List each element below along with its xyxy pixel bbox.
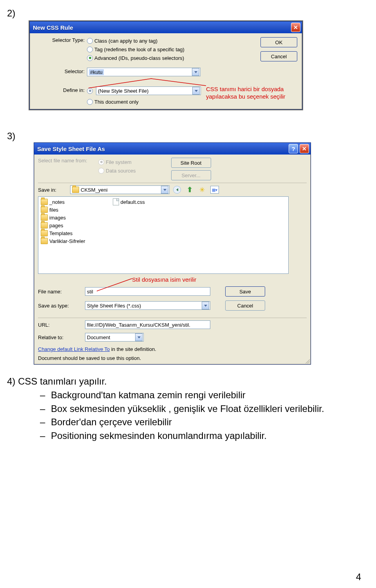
folder-icon (41, 222, 48, 228)
bullet-item: Border'dan çerçeve verilebilir (51, 415, 172, 429)
chevron-down-icon[interactable] (192, 68, 199, 76)
link-tail: in the site definition. (110, 346, 156, 352)
selector-label: Selector: (34, 68, 87, 76)
save-in-label: Save in: (38, 187, 70, 193)
define-in-combo[interactable]: (New Style Sheet File) (96, 86, 201, 95)
up-folder-icon[interactable]: ⬆ (185, 185, 194, 194)
chevron-down-icon[interactable] (135, 333, 143, 341)
page-number: 4 (356, 572, 361, 583)
list-item: Templates (41, 230, 85, 237)
css-file-icon (113, 198, 119, 205)
url-input[interactable]: file:///D|/Web_Tasarım_Kursu/CKSM_yeni/s… (85, 320, 210, 329)
radio-new-file[interactable] (87, 88, 93, 94)
radio-data-sources (98, 168, 104, 174)
annotation-file-name: Stil dosyasına isim verilir (132, 276, 196, 284)
selector-type-label: Selector Type: (34, 36, 87, 62)
resize-grip-icon[interactable] (304, 358, 310, 363)
save-as-type-combo[interactable]: Style Sheet Files (*.css) (85, 301, 210, 310)
list-item: default.css (113, 198, 145, 205)
list-item: files (41, 206, 85, 213)
site-root-label: Site Root (181, 160, 201, 166)
save-in-value: CKSM_yeni (81, 187, 108, 193)
ok-button-label: OK (275, 40, 283, 45)
site-root-button[interactable]: Site Root (171, 158, 211, 168)
save-as-type-label: Save as type: (38, 303, 85, 309)
selector-value: #kutu (89, 69, 104, 75)
step-3-label: 3) (7, 131, 369, 142)
relative-to-value: Document (87, 334, 110, 340)
radio-file-system (98, 159, 104, 165)
folder-icon (41, 230, 48, 236)
change-default-link[interactable]: Change default Link Relative To (38, 346, 110, 352)
chevron-down-icon[interactable] (202, 302, 209, 309)
cancel-button-label: Cancel (237, 303, 253, 309)
define-in-label: Define in: (34, 86, 87, 106)
chevron-down-icon[interactable] (161, 186, 168, 194)
folder-icon (72, 187, 79, 193)
dialog-title: Save Style Sheet File As (37, 146, 105, 152)
close-icon[interactable]: ✕ (291, 23, 300, 32)
file-name-input[interactable]: stil (85, 287, 210, 296)
radio-this-document-label: This document only (94, 99, 139, 105)
new-folder-icon[interactable]: ✳ (198, 185, 206, 194)
titlebar: Save Style Sheet File As ? ✕ (34, 143, 311, 155)
back-icon[interactable] (173, 185, 181, 194)
server-button: Server... (171, 170, 211, 180)
step-4-heading: 4) CSS tanımları yapılır. (7, 375, 369, 388)
cancel-button[interactable]: Cancel (225, 300, 265, 311)
separator (38, 318, 307, 318)
close-icon[interactable]: ✕ (300, 144, 309, 153)
save-as-type-value: Style Sheet Files (*.css) (87, 303, 141, 309)
select-from-label: Select file name from: (38, 158, 98, 164)
folder-icon (41, 214, 48, 221)
radio-this-document[interactable] (87, 99, 93, 105)
radio-class[interactable] (87, 38, 93, 44)
file-name-label: File name: (38, 289, 85, 295)
relative-to-label: Relative to: (38, 334, 85, 340)
help-icon[interactable]: ? (289, 144, 298, 153)
step-2-label: 2) (7, 8, 369, 19)
folder-icon (41, 207, 48, 213)
bullet-item: Box sekmesinden yükseklik , genişlik ve … (51, 402, 324, 416)
bullet-item: Background'tan katmana zemin rengi veril… (51, 388, 246, 402)
selector-combo[interactable]: #kutu (87, 68, 201, 76)
file-name-value: stil (87, 289, 93, 295)
radio-tag-label: Tag (redefines the look of a specific ta… (94, 47, 184, 52)
cancel-button[interactable]: Cancel (260, 51, 297, 61)
save-button[interactable]: Save (225, 286, 265, 297)
folder-icon (41, 199, 48, 205)
dialog-title: New CSS Rule (33, 24, 73, 31)
save-button-label: Save (239, 289, 251, 295)
list-item: _notes (41, 198, 85, 205)
url-label: URL: (38, 322, 85, 328)
list-item: Varliklar-Sifreler (41, 237, 85, 245)
radio-class-label: Class (can apply to any tag) (94, 38, 157, 44)
titlebar: New CSS Rule ✕ (30, 22, 302, 33)
url-value: file:///D|/Web_Tasarım_Kursu/CKSM_yeni/s… (87, 322, 190, 328)
radio-data-sources-label: Data sources (106, 168, 136, 174)
radio-tag[interactable] (87, 47, 93, 52)
view-menu-icon[interactable]: ▦▾ (210, 185, 219, 194)
save-in-combo[interactable]: CKSM_yeni (70, 185, 170, 194)
folder-icon (41, 238, 48, 244)
define-in-value: (New Style Sheet File) (98, 88, 148, 94)
ok-button[interactable]: OK (260, 37, 297, 47)
cancel-button-label: Cancel (271, 54, 287, 59)
bullet-item: Positioning sekmesinden konumlandırma ya… (51, 429, 267, 443)
save-note: Document should be saved to use this opt… (38, 355, 307, 361)
radio-file-system-label: File system (106, 159, 132, 165)
file-list[interactable]: _notes files images pages Templates Varl… (38, 196, 289, 274)
new-css-rule-dialog: New CSS Rule ✕ Selector Type: Class (can (29, 20, 303, 110)
list-item: pages (41, 222, 85, 229)
radio-advanced[interactable] (87, 55, 93, 61)
radio-advanced-label: Advanced (IDs, pseudo-class selectors) (94, 55, 184, 61)
server-label: Server... (181, 173, 200, 178)
save-stylesheet-dialog: Save Style Sheet File As ? ✕ Select file… (34, 142, 311, 365)
separator (38, 183, 307, 183)
chevron-down-icon[interactable] (192, 87, 200, 95)
list-item: images (41, 214, 85, 221)
relative-to-combo[interactable]: Document (85, 333, 144, 342)
annotation-define-in: CSS tanımı harici bir dosyada yapılacaks… (206, 86, 304, 101)
